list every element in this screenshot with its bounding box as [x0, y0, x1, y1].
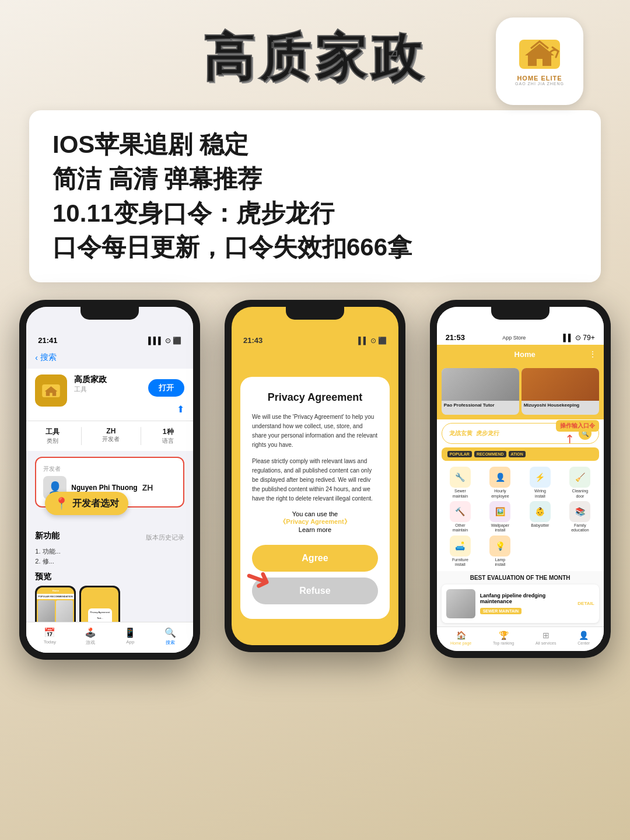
hourly-label: Hourlyemployee	[491, 489, 509, 499]
service-babysitter[interactable]: 👶 Babysitter	[522, 501, 559, 533]
dragon-text: 龙战玄黄	[449, 429, 473, 438]
phone2-status-icons: ▌▌ ⊙ ⬛	[358, 337, 387, 345]
phone3-time: 21:53	[446, 333, 465, 342]
phone2-notch	[286, 307, 344, 320]
sewer-icon: 🔧	[450, 467, 471, 488]
today-icon: 📅	[44, 627, 55, 638]
app-type: 工具	[74, 385, 141, 394]
phone3-screen: 21:53 App Store ▌▌ ⊙ 79+ Home ⋮ Pao Prof…	[437, 307, 604, 651]
eval-tag: SEWER MAINTAIN	[480, 608, 522, 614]
service-furniture[interactable]: 🛋️ Furnitureinstall	[442, 536, 480, 568]
logo-name: HOME ELITE	[517, 75, 562, 82]
app-logo-icon	[41, 383, 61, 399]
main-title: 高质家政	[203, 23, 427, 93]
tab-center[interactable]: 👤 Center	[578, 631, 590, 645]
wiring-label: Wiringinstall	[534, 489, 546, 499]
eval-detail[interactable]: DETAIL	[578, 601, 594, 606]
phone1-status-icons: ▌▌▌ ⊙ ⬛	[148, 337, 181, 345]
service-other-maintain[interactable]: 🔨 Othermaintain	[442, 501, 480, 533]
privacy-text1: We will use the 'Privacy Agreement' to h…	[252, 412, 378, 450]
dev-name: Nguyen Phi Thuong	[71, 484, 137, 492]
preview-popular-text: POPULAR RECOMMENDATION	[37, 594, 74, 599]
tab-search[interactable]: 🔍 搜索	[164, 627, 176, 646]
back-link[interactable]: ‹ 搜索	[35, 352, 184, 363]
privacy-link: You can use the 《Privacy Agreement》 Lear…	[252, 510, 378, 533]
features-version: 版本历史记录	[146, 533, 184, 542]
service-sewer[interactable]: 🔧 Sewermaintain	[442, 467, 480, 499]
phones-section: 21:41 ▌▌▌ ⊙ ⬛ ‹ 搜索 高质家政	[0, 300, 630, 660]
preview-label: 预览	[35, 572, 184, 582]
promo-badge2: RECOMMEND	[474, 451, 506, 457]
service-wallpaper[interactable]: 🖼️ Wallpaperinstall	[481, 501, 519, 533]
best-eval-title: BEST EVALUATION OF THE MONTH	[442, 575, 599, 581]
tab-all-services[interactable]: ⊞ All services	[536, 631, 556, 645]
features-title: 新功能	[35, 531, 60, 541]
promo-line2: 简洁 高清 弹幕推荐	[52, 162, 578, 197]
service-hourly[interactable]: 👤 Hourlyemployee	[481, 467, 519, 499]
best-evaluation-section: BEST EVALUATION OF THE MONTH Lanfang pip…	[437, 571, 604, 626]
wallpaper-icon: 🖼️	[489, 501, 510, 522]
service-family-edu[interactable]: 📚 Familyeducation	[561, 501, 599, 533]
promo-line3: 10.11变身口令：虎步龙行	[52, 197, 578, 231]
logo-badge: HOME ELITE GAO ZHI JIA ZHENG	[496, 18, 583, 105]
family-edu-icon: 📚	[569, 501, 590, 522]
service-cleaning[interactable]: 🧹 Cleaningdoor	[561, 467, 599, 499]
app-info-row: 高质家政 工具 打开 ⬆	[26, 369, 193, 421]
cleaning-icon: 🧹	[569, 467, 590, 488]
home-header: Home ⋮	[437, 345, 604, 363]
promo-line1: IOS苹果追剧 稳定	[52, 128, 578, 162]
family-edu-label: Familyeducation	[571, 523, 589, 533]
rating-dev: ZH 开发者	[102, 427, 120, 445]
promo-line4: 口令每日更新，口令失效扣666拿	[52, 230, 578, 265]
privacy-agreement-link[interactable]: 《Privacy Agreement》	[279, 518, 350, 525]
services-icon: ⊞	[542, 631, 550, 640]
eval-image	[446, 589, 475, 618]
ratings-row: 工具 类别 ZH 开发者 1种 语言	[26, 421, 193, 451]
home-menu-icon[interactable]: ⋮	[589, 349, 597, 359]
phone3-mockup: 21:53 App Store ▌▌ ⊙ 79+ Home ⋮ Pao Prof…	[430, 300, 611, 658]
phone1-header: ‹ 搜索	[26, 349, 193, 369]
banner-img1	[442, 368, 519, 401]
service-wiring[interactable]: ⚡ Wiringinstall	[522, 467, 559, 499]
tab-top-ranking[interactable]: 🏆 Top ranking	[493, 631, 514, 645]
search-icon: 🔍	[164, 627, 176, 638]
app-info-text: 高质家政 工具	[74, 374, 141, 394]
banner-label1: Pao Professional Tutor	[442, 401, 519, 410]
share-icon[interactable]: ⬆	[177, 404, 184, 415]
wallpaper-label: Wallpaperinstall	[491, 523, 509, 533]
babysitter-icon: 👶	[530, 501, 551, 522]
phone1-mockup: 21:41 ▌▌▌ ⊙ ⬛ ‹ 搜索 高质家政	[19, 300, 200, 660]
eval-name: Lanfang pipeline dredging maintenance	[480, 593, 573, 604]
homepage-icon: 🏠	[456, 631, 466, 640]
app-icon-tab: 📱	[124, 627, 136, 638]
wiring-icon: ⚡	[530, 467, 551, 488]
center-icon: 👤	[579, 631, 589, 640]
tab-homepage[interactable]: 🏠 Home page	[450, 631, 471, 645]
developer-box: 开发者 👤 Nguyen Phi Thuong ZH 📍 开发者选对	[35, 457, 184, 508]
dev-label: 开发者	[43, 465, 176, 473]
service-lamp[interactable]: 💡 Lampinstall	[481, 536, 519, 568]
other-maintain-icon: 🔨	[450, 501, 471, 522]
tab-today[interactable]: 📅 Today	[44, 627, 56, 646]
phone3-appstore-label: App Store	[502, 335, 526, 341]
rating-lang: 1种 语言	[162, 427, 174, 445]
services-grid: 🔧 Sewermaintain 👤 Hourlyemployee ⚡ Wirin…	[437, 463, 604, 570]
phone2-time: 21:43	[243, 336, 262, 345]
open-button[interactable]: 打开	[148, 379, 184, 397]
babysitter-label: Babysitter	[531, 523, 549, 528]
furniture-icon: 🛋️	[450, 536, 471, 556]
app-name: 高质家政	[74, 374, 141, 385]
tab-app[interactable]: 📱 App	[124, 627, 136, 646]
banner-img2	[522, 368, 599, 401]
phone1-time: 21:41	[38, 336, 57, 345]
home-title: Home	[514, 350, 536, 359]
ranking-icon: 🏆	[499, 631, 509, 640]
cleaning-label: Cleaningdoor	[572, 489, 589, 499]
preview-banner-text: Home	[37, 587, 74, 594]
games-icon: 🕹️	[85, 627, 96, 638]
lamp-label: Lampinstall	[495, 558, 505, 568]
banner-label2: Mizuyoshi Housekeeping	[522, 401, 599, 410]
tab-games[interactable]: 🕹️ 游戏	[85, 627, 96, 646]
privacy-content: Privacy Agreement We will use the 'Priva…	[232, 351, 398, 645]
banner-section: Pao Professional Tutor Mizuyoshi Houseke…	[437, 363, 604, 419]
